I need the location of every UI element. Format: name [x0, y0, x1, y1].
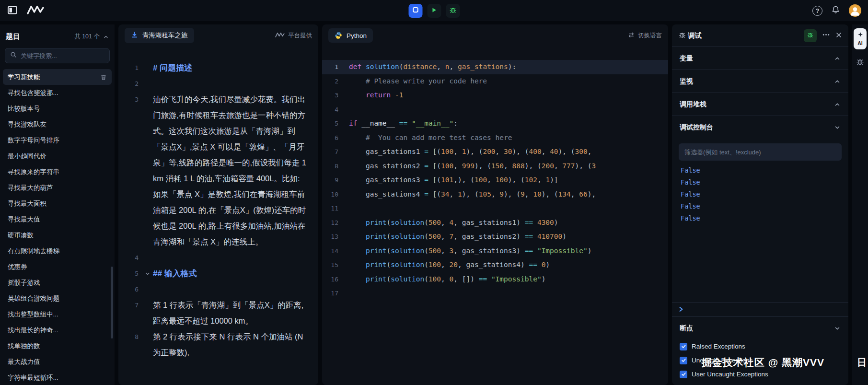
code-line[interactable]: 6 # You can add more test cases here: [322, 131, 668, 145]
language-tab[interactable]: Python: [328, 28, 373, 43]
rail-debug-button[interactable]: [856, 57, 865, 68]
bell-icon: [831, 5, 840, 16]
code-line[interactable]: 17: [322, 286, 668, 301]
sidebar-item[interactable]: 比较版本号: [3, 101, 112, 117]
notifications-button[interactable]: [831, 5, 840, 16]
close-button[interactable]: [835, 32, 842, 40]
debug-panel: 调试 变量监视调用堆栈调试控制台 FalseFalseFalseFalseFal…: [672, 24, 848, 385]
code-line[interactable]: 15 print(solution(100, 20, gas_stations4…: [322, 258, 668, 272]
sidebar-item[interactable]: 最小趋同代价: [3, 148, 112, 164]
sidebar-item[interactable]: 数字字母问号排序: [3, 132, 112, 148]
sidebar-item[interactable]: 寻找游戏队友: [3, 117, 112, 132]
checkbox-checked[interactable]: [680, 343, 687, 350]
breakpoint-item[interactable]: User Uncaught Exceptions: [672, 367, 848, 381]
code-line[interactable]: 13 print(solution(500, 7, gas_stations2)…: [322, 230, 668, 244]
code-line[interactable]: 14 print(solution(500, 3, gas_stations3)…: [322, 244, 668, 258]
scrollbar-thumb[interactable]: [111, 267, 113, 338]
sidebar-item[interactable]: 找出整型数组中...: [3, 306, 112, 322]
debug-session-button[interactable]: [804, 29, 817, 42]
debug-section-call-stack[interactable]: 调用堆栈: [672, 93, 848, 116]
delete-icon[interactable]: [100, 74, 107, 81]
problem-count[interactable]: 共 101 个: [74, 33, 109, 41]
code-line[interactable]: 8 gas_stations2 = [(100, 999), (150, 888…: [322, 159, 668, 174]
sidebar-item[interactable]: 摇骰子游戏: [3, 275, 112, 291]
console-input-row[interactable]: [672, 302, 848, 316]
fold-chevron-icon[interactable]: [142, 266, 153, 281]
sidebar-item[interactable]: 最大战力值: [3, 354, 112, 370]
sidebar-item[interactable]: 学习新技能: [3, 69, 112, 85]
code-line[interactable]: 2 # Please write your code here: [322, 74, 668, 89]
debug-section-watch[interactable]: 监视: [672, 70, 848, 93]
sidebar-item[interactable]: 字符串最短循环...: [3, 370, 112, 385]
logo-icon: [27, 5, 44, 16]
sidebar-item[interactable]: 优惠券: [3, 259, 112, 275]
section-label: 监视: [680, 77, 693, 86]
code-line[interactable]: 10 gas_stations4 = [(34, 1), (105, 9), (…: [322, 187, 668, 202]
sparkle-icon: [857, 32, 863, 39]
checkbox-checked[interactable]: [680, 371, 687, 378]
markdown-line: 3油价飞升的今天,我们尽量减少花费。我们出门旅游,有时候租车去旅游也是一种不错的…: [118, 92, 318, 250]
ai-assistant-button[interactable]: AI: [854, 28, 867, 49]
help-button[interactable]: ?: [812, 6, 822, 16]
markdown-line: 7第 1 行表示「青海湖」到「景点X」的距离,距离最远不超过 10000 km。: [118, 297, 318, 329]
code-text: return -1: [349, 88, 668, 103]
console-value: False: [672, 164, 848, 176]
debug-section-variables[interactable]: 变量: [672, 47, 848, 70]
code-line[interactable]: 7 gas_stations1 = [(100, 1), (200, 30), …: [322, 145, 668, 159]
sidebar-toggle-button[interactable]: [7, 4, 18, 17]
run-button[interactable]: [427, 4, 441, 18]
sidebar-item[interactable]: 找出最长的神奇...: [3, 322, 112, 338]
breakpoint-item[interactable]: Raised Exceptions: [672, 339, 848, 353]
sidebar-item[interactable]: 寻找最大的葫芦: [3, 180, 112, 196]
code-line[interactable]: 11: [322, 201, 668, 216]
sidebar-item-label: 找出最长的神奇...: [8, 326, 58, 335]
code-line[interactable]: 12 print(solution(500, 4, gas_stations1)…: [322, 216, 668, 230]
ai-label: AI: [857, 40, 863, 46]
checkbox-checked[interactable]: [680, 357, 687, 364]
editor-panel: Python 切换语言 1def solution(distance, n, g…: [322, 24, 668, 385]
markdown-h2: ## 输入格式: [153, 266, 318, 281]
sidebar-item[interactable]: 有点限制地去楼梯: [3, 243, 112, 259]
sidebar-item[interactable]: 寻找最大值: [3, 211, 112, 227]
code-line[interactable]: 9 gas_stations3 = [(101,), (100, 100), (…: [322, 173, 668, 187]
switch-language-button[interactable]: 切换语言: [628, 32, 662, 40]
debug-run-button[interactable]: [446, 4, 460, 18]
sidebar-item[interactable]: 寻找包含斐波那...: [3, 85, 112, 101]
code-view[interactable]: 1def solution(distance, n, gas_stations)…: [322, 47, 668, 385]
avatar[interactable]: [849, 4, 861, 17]
line-number: 5: [118, 266, 142, 281]
code-text: gas_stations4 = [(34, 1), (105, 9), (9, …: [349, 187, 668, 202]
line-number: 7: [118, 297, 142, 329]
problem-tab[interactable]: 青海湖租车之旅: [125, 28, 194, 43]
bug-icon: [449, 6, 457, 15]
line-number: 8: [118, 329, 142, 361]
sidebar-item[interactable]: 硬币凑数: [3, 227, 112, 243]
line-number: 5: [322, 117, 349, 131]
code-text: gas_stations3 = [(101,), (100, 100), (10…: [349, 173, 668, 187]
sidebar-item-label: 字符串最短循环...: [8, 373, 58, 382]
code-text: print(solution(100, 20, gas_stations4) =…: [349, 258, 668, 272]
search-input[interactable]: [21, 52, 105, 59]
sidebar-item[interactable]: 英雄组合游戏问题: [3, 291, 112, 306]
sidebar-item-label: 寻找最大面积: [8, 199, 46, 208]
console-filter-input[interactable]: [679, 143, 842, 161]
breakpoints-section[interactable]: 断点: [672, 316, 848, 339]
stop-button[interactable]: [408, 4, 422, 18]
debug-section-debug-console[interactable]: 调试控制台: [672, 116, 848, 139]
sidebar-item[interactable]: 找单独的数: [3, 338, 112, 354]
line-number: 1: [118, 60, 142, 76]
code-line[interactable]: 5if __name__ == "__main__":: [322, 117, 668, 131]
code-line[interactable]: 3 return -1: [322, 88, 668, 103]
markdown-empty: [153, 281, 318, 297]
chevron-up-icon: [834, 55, 841, 62]
code-text: if __name__ == "__main__":: [349, 117, 668, 131]
sidebar-item[interactable]: 寻找最大面积: [3, 196, 112, 211]
more-button[interactable]: [822, 31, 830, 40]
sidebar-item-label: 寻找包含斐波那...: [8, 89, 58, 97]
breakpoint-item[interactable]: Uncaught Exceptions: [672, 353, 848, 367]
code-line[interactable]: 4: [322, 103, 668, 117]
console-value: False: [672, 176, 848, 188]
code-line[interactable]: 1def solution(distance, n, gas_stations)…: [322, 60, 668, 74]
sidebar-item[interactable]: 寻找原来的字符串: [3, 164, 112, 180]
code-line[interactable]: 16 print(solution(100, 0, []) == "Imposs…: [322, 272, 668, 287]
